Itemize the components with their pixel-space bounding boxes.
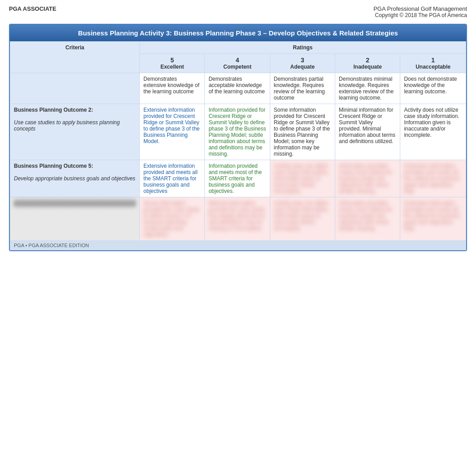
rating-header-2: 2 Inadequate [335,54,400,73]
criteria-cell: ████████████████████████████████ [10,197,140,241]
desc-cell: Extensive information provided for Cresc… [140,104,205,160]
rating-header-1: 1 Unacceptable [400,54,466,73]
rubric-table: Criteria Ratings 5 Excellent 4 Competent [10,41,466,250]
footer-row: PGA • PGA ASSOCIATE EDITION [10,241,466,250]
page-header: PGA ASSOCIATE PGA Professional Golf Mana… [0,0,476,24]
org-name-right: PGA Professional Golf Management Copyrig… [373,5,467,18]
criteria-cell: Business Planning Outcome 2:Use case stu… [10,104,140,160]
header-descriptions-row: Demonstrates extensive knowledge of the … [10,73,466,104]
page-container: Business Planning Activity 3: Business P… [0,24,476,260]
footer-text: PGA • PGA ASSOCIATE EDITION [10,241,466,250]
desc-cell: Activity does not utilize case study inf… [270,197,335,241]
desc-cell: Some information provided for Crescent R… [270,104,335,160]
desc-cell: Minimal information for Crescent Ridge o… [335,104,400,160]
desc-cell: Information provided meets most criteria… [335,197,400,241]
desc-cell: Some information provided for case study… [140,197,205,241]
desc-unacceptable: Does not demonstrate knowledge of the le… [400,73,466,104]
ratings-header: Ratings [140,42,466,54]
table-row: Business Planning Outcome 2:Use case stu… [10,104,466,160]
desc-cell: Activity does not utilize case study inf… [400,104,466,160]
org-name-left: PGA ASSOCIATE [9,5,56,12]
rating-header-3: 3 Adequate [270,54,335,73]
main-box: Business Planning Activity 3: Business P… [9,24,467,251]
desc-cell: Extensive information provided and meets… [400,197,466,241]
desc-cell: Information provided for Crescent Ridge … [205,104,270,160]
desc-cell: Extensive information provided and meets… [140,160,205,197]
desc-adequate: Demonstrates partial knowledge. Requires… [270,73,335,104]
table-row: Business Planning Outcome 5:Develop appr… [10,160,466,197]
page-title: Business Planning Activity 3: Business P… [10,25,466,41]
rating-header-5: 5 Excellent [140,54,205,73]
desc-cell: Information provided and meets most of t… [205,160,270,197]
desc-cell: Extensive information provided and meets… [400,160,466,197]
desc-cell: Information provided meets most criteria… [335,160,400,197]
desc-competent: Demonstrates acceptable knowledge of the… [205,73,270,104]
copyright: Copyright © 2018 The PGA of America [373,12,467,18]
criteria-header: Criteria [10,42,140,73]
desc-excellent: Demonstrates extensive knowledge of the … [140,73,205,104]
desc-cell: Minimal information provided for case st… [205,197,270,241]
criteria-cell: Business Planning Outcome 5:Develop appr… [10,160,140,197]
desc-cell: Activity does not utilize case study inf… [270,160,335,197]
header-title: PGA Professional Golf Management [373,5,467,12]
rating-header-4: 4 Competent [205,54,270,73]
desc-inadequate: Demonstrates minimal knowledge. Requires… [335,73,400,104]
table-row: ████████████████████████████████Some inf… [10,197,466,241]
empty-criteria-desc [10,73,140,104]
